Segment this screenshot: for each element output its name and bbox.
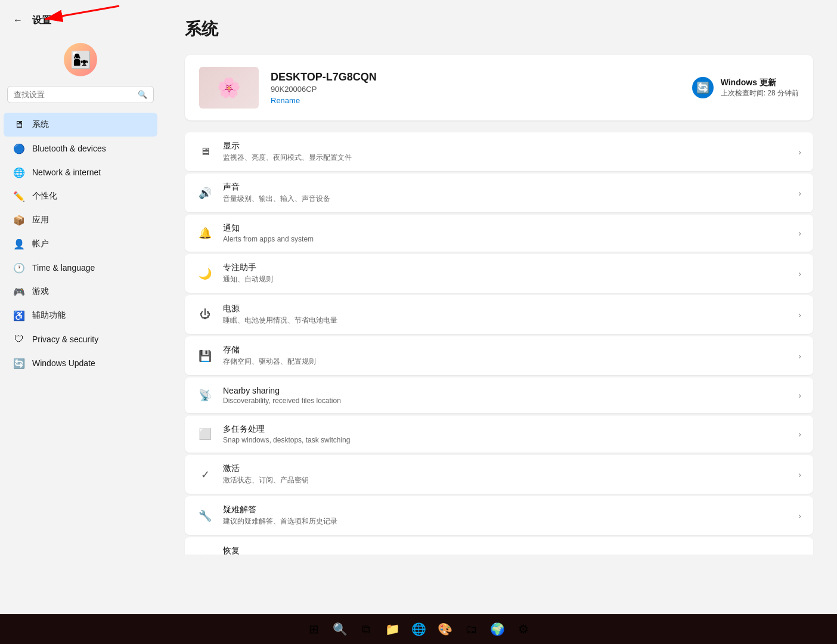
settings-sub-notifications: Alerts from apps and system	[223, 235, 789, 243]
settings-item-recovery[interactable]: ↩ 恢复 重置、高级启动、早期版本的 Windows ›	[185, 537, 813, 555]
chevron-icon-power: ›	[798, 310, 801, 320]
settings-icon-nearby: 📡	[197, 387, 213, 404]
settings-item-notifications[interactable]: 🔔 通知 Alerts from apps and system ›	[185, 215, 813, 252]
settings-item-storage[interactable]: 💾 存储 存储空间、驱动器、配置规则 ›	[185, 336, 813, 375]
settings-title-nearby: Nearby sharing	[223, 386, 789, 395]
settings-icon-multitask: ⬜	[197, 426, 213, 442]
settings-sub-power: 睡眠、电池使用情况、节省电池电量	[223, 315, 789, 326]
sidebar-item-personalization[interactable]: ✏️ 个性化	[4, 184, 157, 208]
settings-sub-display: 监视器、亮度、夜间模式、显示配置文件	[223, 153, 789, 163]
settings-item-nearby[interactable]: 📡 Nearby sharing Discoverability, receiv…	[185, 377, 813, 413]
settings-item-sound[interactable]: 🔊 声音 音量级别、输出、输入、声音设备 ›	[185, 174, 813, 212]
settings-title-multitask: 多任务处理	[223, 424, 789, 435]
settings-icon-display: 🖥	[197, 144, 213, 160]
taskbar-icon-chrome[interactable]: 🌐	[407, 617, 430, 641]
sidebar-item-gaming[interactable]: 🎮 游戏	[4, 280, 157, 304]
chevron-icon-troubleshoot: ›	[798, 511, 801, 521]
settings-icon-notifications: 🔔	[197, 225, 213, 242]
settings-text-nearby: Nearby sharing Discoverability, received…	[223, 386, 789, 405]
search-input[interactable]	[14, 90, 133, 99]
taskbar-icon-start[interactable]: ⊞	[302, 617, 326, 641]
settings-icon-sound: 🔊	[197, 185, 213, 202]
settings-item-activation[interactable]: ✓ 激活 激活状态、订阅、产品密钥 ›	[185, 455, 813, 494]
settings-text-troubleshoot: 疑难解答 建议的疑难解答、首选项和历史记录	[223, 504, 789, 527]
settings-title-power: 电源	[223, 304, 789, 314]
nav-label-time: Time & language	[32, 263, 95, 273]
settings-icon-focus: 🌙	[197, 265, 213, 282]
update-subtitle: 上次检查时间: 28 分钟前	[721, 88, 799, 98]
taskbar-icon-explorer[interactable]: 📁	[380, 617, 404, 641]
settings-icon-troubleshoot: 🔧	[197, 507, 213, 524]
settings-title-recovery: 恢复	[223, 546, 789, 555]
taskbar-icon-settings2[interactable]: ⚙	[512, 617, 535, 641]
settings-title-storage: 存储	[223, 345, 789, 355]
nav-icon-network: 🌐	[13, 166, 25, 178]
nav-label-personalization: 个性化	[32, 191, 57, 202]
settings-icon-activation: ✓	[197, 466, 213, 483]
settings-item-troubleshoot[interactable]: 🔧 疑难解答 建议的疑难解答、首选项和历史记录 ›	[185, 496, 813, 535]
chevron-icon-recovery: ›	[798, 552, 801, 555]
taskbar-icon-colorful[interactable]: 🎨	[433, 617, 457, 641]
nav-icon-gaming: 🎮	[13, 286, 25, 298]
settings-sub-nearby: Discoverability, received files location	[223, 397, 789, 405]
back-button[interactable]: ←	[10, 12, 26, 29]
nav-icon-accounts: 👤	[13, 238, 25, 250]
device-id: 90K20006CP	[271, 85, 680, 94]
taskbar-icon-folder2[interactable]: 🗂	[459, 617, 483, 641]
sidebar-item-privacy[interactable]: 🛡 Privacy & security	[4, 327, 157, 351]
settings-title-notifications: 通知	[223, 223, 789, 234]
avatar-emoji: 👩‍👧	[70, 50, 91, 70]
settings-item-focus[interactable]: 🌙 专注助手 通知、自动规则 ›	[185, 254, 813, 293]
chevron-icon-nearby: ›	[798, 391, 801, 400]
chevron-icon-sound: ›	[798, 188, 801, 198]
settings-text-notifications: 通知 Alerts from apps and system	[223, 223, 789, 243]
sidebar-item-time[interactable]: 🕐 Time & language	[4, 256, 157, 280]
device-name: DESKTOP-L7G8CQN	[271, 71, 680, 83]
main-content: 系统 🌸 DESKTOP-L7G8CQN 90K20006CP Rename 🔄…	[161, 0, 837, 555]
settings-item-multitask[interactable]: ⬜ 多任务处理 Snap windows, desktops, task swi…	[185, 416, 813, 453]
sidebar-item-accounts[interactable]: 👤 帐户	[4, 232, 157, 256]
sidebar-item-system[interactable]: 🖥 系统	[4, 113, 157, 137]
windows-update-area: 🔄 Windows 更新 上次检查时间: 28 分钟前	[692, 77, 799, 98]
settings-title-activation: 激活	[223, 463, 789, 474]
sidebar: ← 设置 👩‍👧 🔍 🖥 系统 🔵 Bluetooth & devices 🌐 …	[0, 0, 161, 555]
settings-title-display: 显示	[223, 141, 789, 151]
taskbar-icon-taskview[interactable]: ⧉	[354, 617, 378, 641]
taskbar-center: ⊞🔍⧉📁🌐🎨🗂🌍⚙	[302, 617, 535, 641]
sidebar-header: ← 设置	[0, 6, 161, 38]
avatar-container: 👩‍👧	[0, 38, 161, 86]
taskbar-icon-globe[interactable]: 🌍	[485, 617, 509, 641]
settings-title-sound: 声音	[223, 182, 789, 193]
device-card: 🌸 DESKTOP-L7G8CQN 90K20006CP Rename 🔄 Wi…	[185, 55, 813, 120]
sidebar-item-network[interactable]: 🌐 Network & internet	[4, 160, 157, 184]
sidebar-item-accessibility[interactable]: ♿ 辅助功能	[4, 304, 157, 327]
taskbar: ⊞🔍⧉📁🌐🎨🗂🌍⚙	[0, 614, 837, 644]
settings-list: 🖥 显示 监视器、亮度、夜间模式、显示配置文件 › 🔊 声音 音量级别、输出、输…	[185, 132, 813, 555]
sidebar-item-update[interactable]: 🔄 Windows Update	[4, 351, 157, 375]
settings-icon-power: ⏻	[197, 306, 213, 323]
update-icon: 🔄	[692, 77, 714, 98]
chevron-icon-activation: ›	[798, 470, 801, 479]
settings-sub-multitask: Snap windows, desktops, task switching	[223, 436, 789, 444]
device-thumbnail: 🌸	[199, 67, 259, 109]
sidebar-item-bluetooth[interactable]: 🔵 Bluetooth & devices	[4, 137, 157, 160]
settings-text-recovery: 恢复 重置、高级启动、早期版本的 Windows	[223, 546, 789, 555]
nav-label-update: Windows Update	[32, 358, 95, 368]
nav-label-gaming: 游戏	[32, 286, 49, 297]
rename-link[interactable]: Rename	[271, 96, 680, 105]
settings-sub-focus: 通知、自动规则	[223, 274, 789, 284]
chevron-icon-focus: ›	[798, 269, 801, 278]
settings-item-display[interactable]: 🖥 显示 监视器、亮度、夜间模式、显示配置文件 ›	[185, 132, 813, 171]
search-box[interactable]: 🔍	[7, 86, 154, 103]
nav-label-privacy: Privacy & security	[32, 335, 98, 344]
nav: 🖥 系统 🔵 Bluetooth & devices 🌐 Network & i…	[0, 113, 161, 375]
settings-text-sound: 声音 音量级别、输出、输入、声音设备	[223, 182, 789, 204]
nav-icon-system: 🖥	[13, 119, 25, 131]
nav-icon-personalization: ✏️	[13, 190, 25, 202]
taskbar-icon-search[interactable]: 🔍	[328, 617, 352, 641]
sidebar-item-apps[interactable]: 📦 应用	[4, 208, 157, 232]
settings-item-power[interactable]: ⏻ 电源 睡眠、电池使用情况、节省电池电量 ›	[185, 295, 813, 334]
chevron-icon-display: ›	[798, 147, 801, 157]
nav-label-apps: 应用	[32, 215, 49, 225]
settings-title-troubleshoot: 疑难解答	[223, 504, 789, 515]
